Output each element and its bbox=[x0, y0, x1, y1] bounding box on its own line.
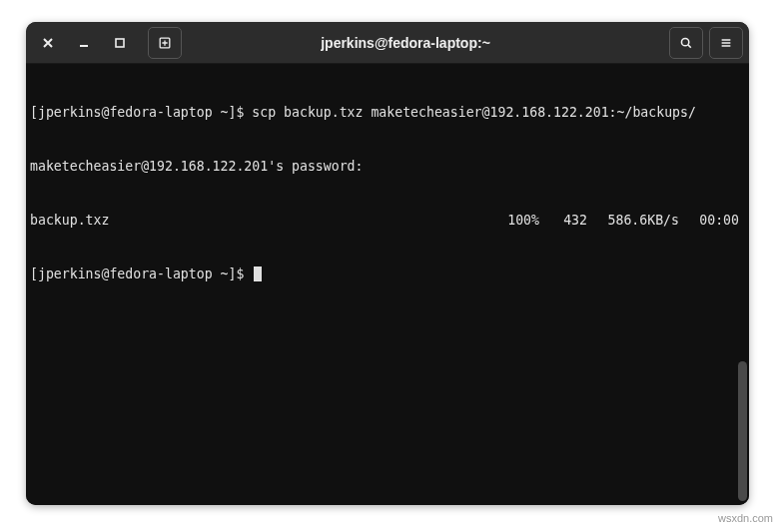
new-tab-button[interactable] bbox=[148, 27, 182, 59]
prompt: [jperkins@fedora-laptop ~]$ bbox=[30, 266, 252, 281]
minimize-button[interactable] bbox=[68, 27, 100, 59]
transfer-size: 432 bbox=[539, 212, 587, 230]
titlebar-right bbox=[669, 27, 743, 59]
cursor bbox=[254, 266, 262, 281]
terminal-area[interactable]: [jperkins@fedora-laptop ~]$ scp backup.t… bbox=[26, 64, 749, 505]
prompt: [jperkins@fedora-laptop ~]$ bbox=[30, 105, 252, 120]
maximize-button[interactable] bbox=[104, 27, 136, 59]
transfer-progress-line: backup.txz 100% 432 586.6KB/s 00:00 bbox=[30, 212, 745, 230]
terminal-output: [jperkins@fedora-laptop ~]$ scp backup.t… bbox=[26, 64, 749, 323]
close-button[interactable] bbox=[32, 27, 64, 59]
password-prompt: maketecheasier@192.168.122.201's passwor… bbox=[30, 158, 745, 176]
transfer-speed: 586.6KB/s bbox=[587, 212, 679, 230]
titlebar: jperkins@fedora-laptop:~ bbox=[26, 22, 749, 64]
window-title: jperkins@fedora-laptop:~ bbox=[186, 35, 665, 51]
svg-point-2 bbox=[681, 38, 688, 45]
command-text: scp backup.txz maketecheasier@192.168.12… bbox=[252, 105, 696, 120]
transfer-filename: backup.txz bbox=[30, 212, 109, 230]
watermark: wsxdn.com bbox=[718, 512, 773, 524]
scrollbar-thumb[interactable] bbox=[738, 361, 747, 501]
transfer-percent: 100% bbox=[487, 212, 539, 230]
transfer-time: 00:00 bbox=[679, 212, 745, 230]
search-button[interactable] bbox=[669, 27, 703, 59]
svg-rect-0 bbox=[116, 39, 124, 47]
menu-button[interactable] bbox=[709, 27, 743, 59]
terminal-window: jperkins@fedora-laptop:~ [jperkins@fedor… bbox=[26, 22, 749, 505]
